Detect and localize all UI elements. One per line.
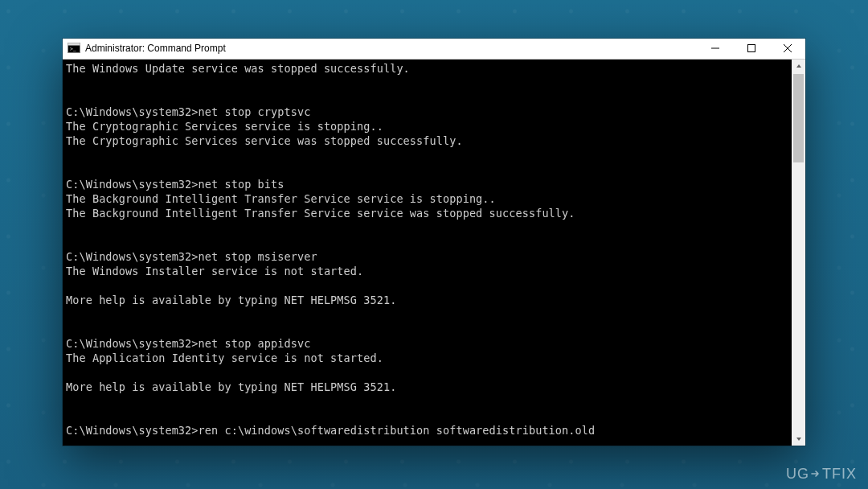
command-prompt-window: >_ Administrator: Command Prompt The Win… — [63, 39, 805, 446]
svg-rect-4 — [747, 45, 755, 52]
scroll-up-button[interactable] — [792, 60, 805, 73]
window-title: Administrator: Command Prompt — [85, 43, 226, 54]
vertical-scrollbar[interactable] — [792, 60, 805, 446]
terminal-line: The Windows Installer service is not sta… — [66, 264, 788, 278]
window-controls — [697, 39, 805, 59]
terminal-line — [66, 90, 788, 105]
terminal-line — [66, 148, 788, 162]
terminal-line: C:\Windows\system32>net stop bits — [66, 177, 788, 191]
watermark-text-left: UG — [786, 466, 809, 483]
terminal-line — [66, 394, 788, 409]
client-area: The Windows Update service was stopped s… — [63, 60, 805, 446]
terminal-line — [66, 76, 788, 90]
terminal-line: C:\Windows\system32>net stop msiserver — [66, 249, 788, 264]
arrow-icon — [810, 466, 821, 483]
terminal-line — [66, 438, 788, 446]
scroll-down-button[interactable] — [792, 432, 805, 446]
terminal-line — [66, 235, 788, 249]
watermark: UG TFIX — [786, 466, 857, 483]
terminal-line: The Background Intelligent Transfer Serv… — [66, 191, 788, 206]
scroll-thumb[interactable] — [793, 74, 804, 162]
svg-marker-7 — [796, 64, 801, 68]
terminal-line: The Cryptographic Services service is st… — [66, 119, 788, 134]
terminal-line — [66, 220, 788, 235]
terminal-line: The Windows Update service was stopped s… — [66, 61, 788, 76]
terminal-line: The Cryptographic Services service was s… — [66, 134, 788, 148]
terminal-output[interactable]: The Windows Update service was stopped s… — [63, 60, 792, 446]
titlebar[interactable]: >_ Administrator: Command Prompt — [63, 39, 805, 60]
svg-text:>_: >_ — [70, 46, 76, 52]
watermark-text-right: TFIX — [822, 466, 857, 483]
terminal-line: C:\Windows\system32>ren c:\windows\softw… — [66, 423, 788, 438]
svg-marker-8 — [796, 438, 801, 441]
terminal-line — [66, 162, 788, 177]
terminal-line: C:\Windows\system32>net stop cryptsvc — [66, 105, 788, 119]
terminal-line — [66, 322, 788, 336]
terminal-line: More help is available by typing NET HEL… — [66, 380, 788, 394]
terminal-line — [66, 307, 788, 322]
terminal-line: The Background Intelligent Transfer Serv… — [66, 206, 788, 220]
terminal-line — [66, 278, 788, 293]
terminal-line: C:\Windows\system32>net stop appidsvc — [66, 336, 788, 351]
terminal-line: The Application Identity service is not … — [66, 351, 788, 365]
close-button[interactable] — [769, 39, 805, 59]
cmd-icon: >_ — [68, 42, 80, 55]
maximize-button[interactable] — [733, 39, 769, 59]
terminal-line: More help is available by typing NET HEL… — [66, 293, 788, 307]
minimize-button[interactable] — [697, 39, 733, 59]
terminal-line — [66, 365, 788, 380]
terminal-line — [66, 409, 788, 423]
